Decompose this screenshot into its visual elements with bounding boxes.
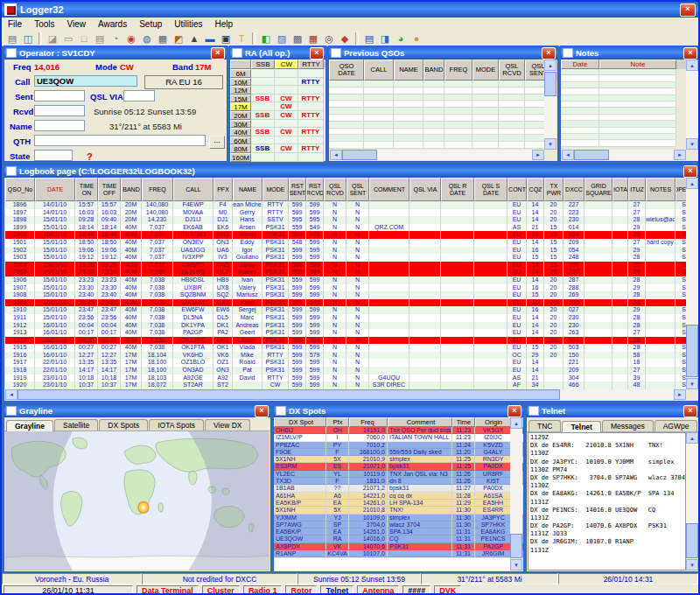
previous-qsos-close-button[interactable]: × [542,47,556,60]
antenna-globe-icon[interactable]: ◍ [140,32,154,45]
previous-qsos-titlebar[interactable]: Previous QSOs × [329,46,557,60]
logbook-qso-row[interactable]: 189614/01/1015:5715:5720M140,080F4EWPF4e… [5,201,686,209]
state-input[interactable] [34,150,73,161]
logbook-qso-row[interactable]: 191115/01/1023:5623:5640M7,038DL5NADL5Ma… [5,314,686,322]
stamp-icon[interactable]: ◪ [46,32,60,45]
scroll-down-arrow[interactable]: ▼ [686,559,698,570]
ra-band-row[interactable]: 80MSSBCWRTTY [230,144,326,153]
logbook-column-header[interactable]: QSL R DATE [441,178,474,201]
logbook-column-header[interactable]: CONT [508,178,527,201]
previous-qsos-column-header[interactable]: MODE [472,60,499,80]
dx-spots-vscrollbar[interactable]: ▲ ▼ [510,417,522,570]
scroll-right-arrow[interactable]: ► [674,389,686,400]
device-indicator[interactable]: #### [402,585,430,595]
notes-row[interactable] [561,115,699,121]
ra-band-row[interactable]: 60M [230,136,326,145]
dx-spots-header[interactable]: DX SpotPfxFreqCommentTimeOrigin [274,417,523,427]
scroll-thumb[interactable] [342,150,377,160]
logbook-column-header[interactable]: QSL SENT [346,178,369,201]
grayline-tab[interactable]: Grayline [6,420,53,431]
pointer-icon[interactable]: ▲ [187,32,201,45]
previous-qsos-column-header[interactable]: FREQ [444,60,472,80]
logbook-column-header[interactable]: OPERATOR [676,178,686,201]
dx-spot-row[interactable]: YL2ECYL10119,0TNX Jan QSL via: N311:26UR… [274,471,523,478]
previous-qsos-row[interactable] [329,115,557,122]
grid-icon[interactable]: ▦ [156,32,170,45]
hash-window-icon[interactable]: ▦ [306,32,320,45]
logbook-column-header[interactable]: TIME ON [75,178,98,201]
previous-qsos-column-header[interactable]: QSO DATE [329,60,364,80]
logbook-qso-row[interactable]: 191923/01/1010:1810:1817M18,103A92GEA92D… [5,374,686,382]
ra-band-row[interactable]: 30M [230,120,326,129]
logbook-column-header[interactable]: FREQ [142,178,173,201]
logbook-qso-row[interactable]: 190215/01/1019:0619:0640M7,037UA6JGGUA6I… [5,247,686,255]
logbook-qso-row[interactable]: 190515/01/1023:1023:1040M7,038DL2LBQDL2R… [5,269,686,276]
scroll-up-arrow[interactable]: ▲ [686,432,698,444]
dx-spot-row[interactable]: EA5BK/PEA14261,0SPA 13411:31EA8AKG [274,528,523,536]
grayline-tab[interactable]: View DX [205,419,250,430]
notes-hscrollbar[interactable]: ◄ ► [562,150,686,160]
logbook-column-header[interactable]: PFX [214,178,233,201]
copy-icon[interactable]: ▤ [5,32,19,45]
scroll-thumb[interactable] [544,72,556,96]
logbook-column-header[interactable]: IOTA [612,178,628,201]
logbook-qso-row[interactable]: 190415/01/1019:2619:2640M7,037ON5POON5Ja… [5,262,686,270]
logbook-qso-row[interactable]: 191516/01/1000:2700:2740M7,038OK1FTAOK1V… [5,344,686,352]
menu-item[interactable]: View [60,19,92,29]
logbook-qso-row[interactable]: 190815/01/1023:4023:4040M7,038SQ2BNMSQ2M… [5,291,686,299]
dx-spots-column-header[interactable]: Pfx [326,417,349,427]
logbook-qso-row[interactable]: 189714/01/1016:0316:0320M140,080M0VAAM0G… [5,209,686,217]
dx-spots-column-header[interactable]: DX Spot [274,417,326,427]
device-indicator[interactable]: Cluster [202,585,240,595]
qth-input[interactable] [34,135,206,146]
logbook-qso-row[interactable]: 192023/01/1010:3710:3717M18,072ST2ARST2C… [5,382,686,389]
dx-spots-column-header[interactable]: Comment [388,417,452,427]
menu-item[interactable]: Help [209,19,240,29]
logbook-column-header[interactable]: GRID SQUARE [584,178,612,201]
logbook-qso-row[interactable]: 191015/01/1023:4723:4740M7,038EW6FWEW6Se… [5,306,686,314]
logbook-column-header[interactable]: QSL VIA [410,178,441,201]
notes-column-header[interactable]: Date [561,60,599,69]
telnet-output[interactable]: 1129ZDX de ES4RR: 21010.8 5X1NH TNX!1130… [528,432,686,570]
letter-t-icon[interactable]: T [234,32,248,45]
telnet-titlebar[interactable]: Telnet × [527,404,699,417]
grayline-tab[interactable]: DX Spots [99,419,148,430]
rcvd-input[interactable] [34,105,85,116]
scroll-right-arrow[interactable]: ► [532,150,544,160]
telnet-tab[interactable]: AGWpe [654,420,698,431]
menu-item[interactable]: Utilities [168,19,208,29]
telnet-close-button[interactable]: × [683,405,697,417]
ra-band-row[interactable]: 6M [230,69,326,78]
previous-qsos-row[interactable] [329,101,557,108]
previous-qsos-column-header[interactable]: NAME [394,60,424,80]
fn-window-icon[interactable]: ▩ [290,32,304,45]
menu-bar[interactable]: FileToolsViewAwardsSetupUtilitiesHelp [2,18,698,32]
grayline-tab[interactable]: IOTA Spots [149,419,204,430]
notes-column-header[interactable]: Note [599,60,676,69]
logbook-qso-row[interactable]: 191416/01/1000:2200:2240M7,038OK1TPCOK1J… [5,337,686,345]
logbook-column-header[interactable]: MODE [262,178,289,201]
previous-qsos-row[interactable] [329,108,557,115]
ra-band-row[interactable]: 15MSSBCWRTTY [230,94,326,103]
qsl-via-input[interactable] [123,90,155,102]
notes-row[interactable] [561,95,699,102]
dx-spot-row[interactable]: SP7AWGSP3704,0wlacz 370411:30SP7HKK [274,522,523,528]
notes-row[interactable] [561,88,699,94]
telnet-tab[interactable]: Telnet [562,421,600,432]
notes-row[interactable] [561,128,699,134]
floppy-save-icon[interactable]: ◫ [21,32,35,45]
logbook-qso-row[interactable]: 190015/01/1018:4418:4440M7,037RN3ZNORN3A… [5,231,686,239]
telnet-tab[interactable]: Messages [602,420,654,431]
sound-icon[interactable]: ◉ [124,32,138,45]
previous-qsos-hscrollbar[interactable]: ◄ ► [330,150,544,160]
logbook-qso-row[interactable]: 190915/01/1023:4323:4340M7,038OK1KMOK1Ka… [5,299,686,307]
ra-band-row[interactable]: 160M [230,153,326,162]
scroll-right-arrow[interactable]: ► [674,150,686,160]
clock-icon[interactable]: ◕ [394,32,408,45]
scroll-up-arrow[interactable]: ▲ [510,417,522,429]
telnet-tabs[interactable]: TNCTelnetMessagesAGWpe [527,417,699,432]
handshake-icon[interactable]: ◩ [172,32,186,45]
qth-more-button[interactable]: ... [209,136,225,149]
notes-row[interactable] [561,82,699,88]
tag-icon[interactable]: ▭ [61,32,75,45]
